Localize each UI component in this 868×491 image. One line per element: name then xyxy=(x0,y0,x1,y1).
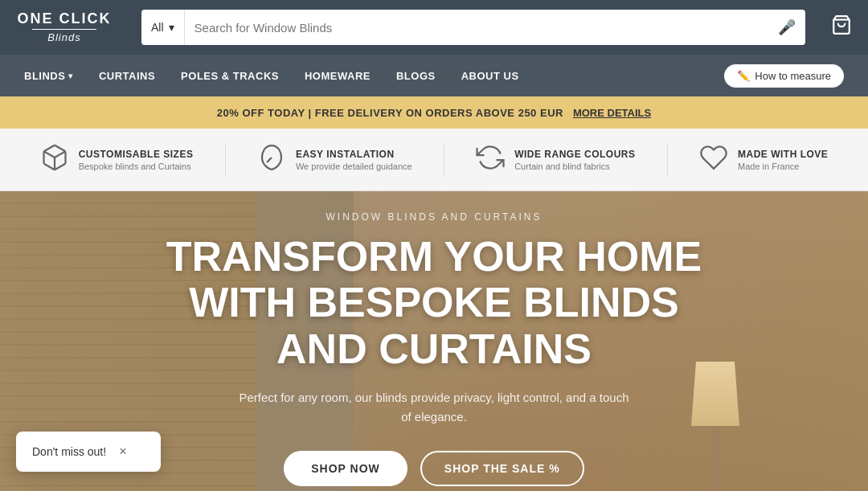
nav-item-blogs[interactable]: BLOGS xyxy=(396,70,436,82)
hero-description: Perfect for any room, our blinds provide… xyxy=(233,388,635,427)
nav-item-blinds[interactable]: BLINDS ▾ xyxy=(24,70,73,82)
nav-links: BLINDS ▾ CURTAINS POLES & TRACKS HOMEWAR… xyxy=(24,70,519,82)
logo[interactable]: ONE CLICK Blinds xyxy=(16,11,113,43)
toast-text: Don't miss out! xyxy=(32,445,106,458)
feature-customisable-text: CUSTOMISABLE SIZES Bespoke blinds and Cu… xyxy=(79,149,194,171)
nav-link-blinds[interactable]: BLINDS ▾ xyxy=(24,70,73,82)
feature-colours: WIDE RANGE COLOURS Curtain and blind fab… xyxy=(476,143,635,176)
promo-banner: 20% OFF TODAY | FREE DELIVERY ON ORDERS … xyxy=(0,96,868,129)
search-category-dropdown[interactable]: All ▾ xyxy=(141,10,185,45)
features-bar: CUSTOMISABLE SIZES Bespoke blinds and Cu… xyxy=(0,129,868,191)
feature-love-title: MADE WITH LOVE xyxy=(738,149,828,160)
chevron-down-icon: ▾ xyxy=(169,21,174,34)
search-input-wrap: 🎤 xyxy=(185,10,805,45)
nav-item-homeware[interactable]: HOMEWARE xyxy=(305,70,371,82)
feature-divider-1 xyxy=(225,144,226,176)
main-nav: BLINDS ▾ CURTAINS POLES & TRACKS HOMEWAR… xyxy=(0,55,868,96)
nav-link-homeware[interactable]: HOMEWARE xyxy=(305,70,371,82)
nav-item-curtains[interactable]: CURTAINS xyxy=(99,70,155,82)
logo-divider xyxy=(32,29,96,30)
feature-installation: EASY INSTALATION We provide detailed gui… xyxy=(257,143,412,176)
hero-buttons: SHOP NOW SHOP THE SALE % xyxy=(284,451,583,486)
shop-now-button[interactable]: SHOP NOW xyxy=(284,451,407,486)
logo-line2: Blinds xyxy=(47,31,80,43)
feature-installation-title: EASY INSTALATION xyxy=(296,149,412,160)
nav-link-blogs[interactable]: BLOGS xyxy=(396,70,436,82)
feature-divider-3 xyxy=(667,144,668,176)
how-to-measure-button[interactable]: ✏️ How to measure xyxy=(724,64,844,88)
cart-icon xyxy=(831,14,852,35)
nav-link-curtains[interactable]: CURTAINS xyxy=(99,70,155,82)
promo-text: 20% OFF TODAY | FREE DELIVERY ON ORDERS … xyxy=(217,107,563,119)
nav-item-poles[interactable]: POLES & TRACKS xyxy=(181,70,279,82)
more-details-link[interactable]: MORE DETAILS xyxy=(573,107,651,119)
feature-colours-desc: Curtain and blind fabrics xyxy=(514,162,635,171)
shop-sale-button[interactable]: SHOP THE SALE % xyxy=(420,451,584,486)
toast-close-button[interactable]: × xyxy=(119,444,126,459)
microphone-icon[interactable]: 🎤 xyxy=(778,18,796,36)
toast-notification: Don't miss out! × xyxy=(16,432,161,472)
nav-item-about[interactable]: ABOUT US xyxy=(461,70,519,82)
nav-link-about[interactable]: ABOUT US xyxy=(461,70,519,82)
search-bar: All ▾ 🎤 xyxy=(141,10,805,45)
cart-button[interactable] xyxy=(831,14,852,40)
feature-customisable: CUSTOMISABLE SIZES Bespoke blinds and Cu… xyxy=(40,143,194,176)
logo-line1: ONE CLICK xyxy=(18,11,112,27)
feature-colours-title: WIDE RANGE COLOURS xyxy=(514,149,635,160)
refresh-icon xyxy=(476,143,505,176)
hero-subtitle: WINDOW BLINDS AND CURTAINS xyxy=(326,211,542,223)
dropdown-label: All xyxy=(151,21,164,34)
leaf-icon xyxy=(257,143,286,176)
heart-icon xyxy=(699,143,728,176)
nav-link-poles[interactable]: POLES & TRACKS xyxy=(181,70,279,82)
feature-love-desc: Made in France xyxy=(738,162,828,171)
chevron-down-icon: ▾ xyxy=(68,72,73,80)
top-bar: ONE CLICK Blinds All ▾ 🎤 xyxy=(0,0,868,55)
box-icon xyxy=(40,143,69,176)
feature-love-text: MADE WITH LOVE Made in France xyxy=(738,149,828,171)
hero-title: TRANSFORM YOUR HOME WITH BESPOKE BLINDS … xyxy=(153,234,715,372)
how-to-measure-label: How to measure xyxy=(755,70,831,82)
feature-love: MADE WITH LOVE Made in France xyxy=(699,143,828,176)
feature-customisable-title: CUSTOMISABLE SIZES xyxy=(79,149,194,160)
search-input[interactable] xyxy=(194,21,778,35)
feature-installation-text: EASY INSTALATION We provide detailed gui… xyxy=(296,149,412,171)
feature-colours-text: WIDE RANGE COLOURS Curtain and blind fab… xyxy=(514,149,635,171)
feature-divider-2 xyxy=(444,144,444,176)
feature-installation-desc: We provide detailed guidance xyxy=(296,162,412,171)
feature-customisable-desc: Bespoke blinds and Curtains xyxy=(79,162,194,171)
pencil-icon: ✏️ xyxy=(737,70,750,82)
